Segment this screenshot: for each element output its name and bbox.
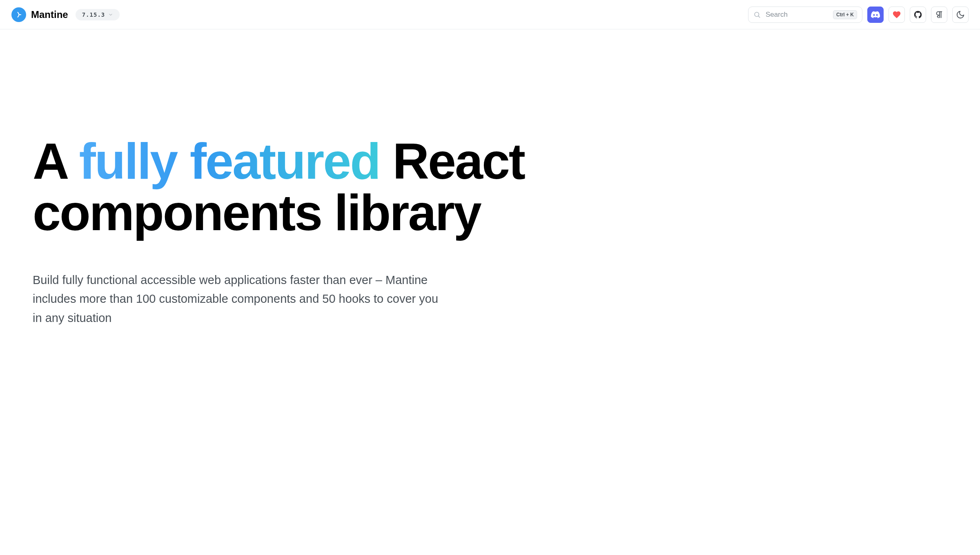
hero-title-highlight: fully featured [79,133,380,189]
pilcrow-rtl-icon [935,10,944,19]
hero-section: A fully featured React components librar… [0,29,596,327]
version-text: 7.15.3 [82,11,105,18]
github-button[interactable] [910,7,926,23]
search-icon [753,11,761,18]
moon-icon [956,10,965,19]
search-placeholder: Search [766,11,828,19]
header-left: Mantine 7.15.3 [11,7,120,22]
header-right: Search Ctrl + K [748,7,969,23]
site-header: Mantine 7.15.3 Search Ctrl + K [0,0,980,29]
hero-subtitle: Build fully functional accessible web ap… [33,271,441,327]
chevron-down-icon [108,12,113,17]
brand-logo-link[interactable]: Mantine [11,7,68,22]
svg-line-2 [758,16,760,17]
discord-button[interactable] [867,7,884,23]
brand-name: Mantine [31,9,68,20]
text-direction-button[interactable] [931,7,947,23]
brand-mark-icon [11,7,26,22]
hero-title: A fully featured React components librar… [33,135,564,239]
discord-icon [871,10,880,19]
theme-toggle-button[interactable] [952,7,969,23]
search-input[interactable]: Search Ctrl + K [748,7,862,23]
sponsor-button[interactable] [889,7,905,23]
search-shortcut: Ctrl + K [833,10,857,19]
github-icon [913,10,922,19]
hero-title-pre: A [33,133,79,189]
version-selector[interactable]: 7.15.3 [76,9,120,20]
heart-icon [892,10,901,19]
